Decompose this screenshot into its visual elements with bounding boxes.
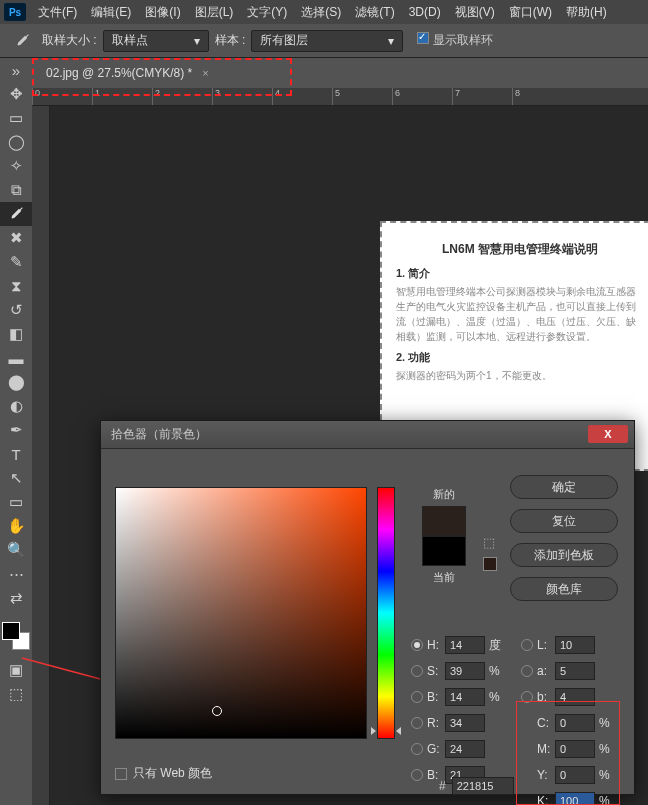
sample-label: 样本 : (215, 32, 246, 49)
color-picker-dialog: 拾色器（前景色） X 新的 当前 ⬚ 确定 复位 添加到色板 颜色库 H:度 S… (100, 420, 635, 795)
radio-b2[interactable] (521, 691, 533, 703)
input-l[interactable] (555, 636, 595, 654)
hand-tool[interactable]: ✋ (0, 514, 32, 538)
doc-heading-1: 1. 简介 (396, 266, 644, 281)
crop-tool[interactable]: ⧉ (0, 178, 32, 202)
foreground-swatch[interactable] (2, 622, 20, 640)
tab-label: 02.jpg @ 27.5%(CMYK/8) * (46, 66, 192, 80)
tab-close-icon[interactable]: × (202, 67, 208, 79)
input-s[interactable] (445, 662, 485, 680)
path-tool[interactable]: ↖ (0, 466, 32, 490)
lasso-tool[interactable]: ◯ (0, 130, 32, 154)
menu-file[interactable]: 文件(F) (38, 4, 77, 21)
sample-size-label: 取样大小 : (42, 32, 97, 49)
preview-new-label: 新的 (415, 487, 473, 502)
brush-tool[interactable]: ✎ (0, 250, 32, 274)
input-r[interactable] (445, 714, 485, 732)
doc-para-1: 智慧用电管理终端本公司探测器模块与剩余电流互感器生产的电气火灾监控设备主机产品，… (396, 284, 644, 344)
menu-select[interactable]: 选择(S) (301, 4, 341, 21)
eyedropper-icon (8, 27, 36, 55)
pen-tool[interactable]: ✒ (0, 418, 32, 442)
heal-tool[interactable]: ✖ (0, 226, 32, 250)
marquee-tool[interactable]: ▭ (0, 106, 32, 130)
input-y[interactable] (555, 766, 595, 784)
menu-edit[interactable]: 编辑(E) (91, 4, 131, 21)
preview-current-swatch (422, 536, 466, 566)
menu-type[interactable]: 文字(Y) (247, 4, 287, 21)
preview-new-swatch (422, 506, 466, 536)
stamp-tool[interactable]: ⧗ (0, 274, 32, 298)
preview-current-label: 当前 (415, 570, 473, 585)
document-tabs: 02.jpg @ 27.5%(CMYK/8) * × (32, 58, 219, 88)
app-logo: Ps (4, 3, 26, 21)
hue-slider-thumb[interactable] (373, 727, 399, 735)
picker-close-button[interactable]: X (588, 425, 628, 443)
radio-h[interactable] (411, 639, 423, 651)
input-hex[interactable] (452, 777, 514, 795)
radio-r[interactable] (411, 717, 423, 729)
radio-bb[interactable] (411, 769, 423, 781)
type-tool[interactable]: T (0, 442, 32, 466)
ruler-vertical (32, 106, 50, 805)
picker-titlebar[interactable]: 拾色器（前景色） X (101, 421, 634, 449)
radio-a[interactable] (521, 665, 533, 677)
sample-size-combo[interactable]: 取样点▾ (103, 30, 209, 52)
gradient-tool[interactable]: ▬ (0, 346, 32, 370)
screenmode-tool[interactable]: ⬚ (0, 682, 32, 706)
reset-button[interactable]: 复位 (510, 509, 618, 533)
eraser-tool[interactable]: ◧ (0, 322, 32, 346)
zoom-tool[interactable]: 🔍 (0, 538, 32, 562)
sv-cursor (212, 706, 222, 716)
sample-combo[interactable]: 所有图层▾ (251, 30, 403, 52)
doc-title: LN6M 智慧用电管理终端说明 (396, 241, 644, 258)
radio-b[interactable] (411, 691, 423, 703)
menu-view[interactable]: 视图(V) (455, 4, 495, 21)
swap-icon[interactable]: ⇄ (0, 586, 32, 610)
move-tool[interactable]: ✥ (0, 82, 32, 106)
dodge-tool[interactable]: ◐ (0, 394, 32, 418)
quickmask-tool[interactable]: ▣ (0, 658, 32, 682)
expand-icon[interactable]: » (0, 58, 32, 82)
history-brush-tool[interactable]: ↺ (0, 298, 32, 322)
color-swatches[interactable] (0, 618, 32, 658)
input-c[interactable] (555, 714, 595, 732)
hue-slider[interactable] (377, 487, 395, 739)
color-libraries-button[interactable]: 颜色库 (510, 577, 618, 601)
input-b2[interactable] (555, 688, 595, 706)
ruler-horizontal: 012345678 (32, 88, 648, 106)
picker-title-text: 拾色器（前景色） (111, 426, 207, 443)
input-bv[interactable] (445, 688, 485, 706)
document-tab[interactable]: 02.jpg @ 27.5%(CMYK/8) * × (32, 61, 219, 85)
radio-l[interactable] (521, 639, 533, 651)
input-g[interactable] (445, 740, 485, 758)
input-m[interactable] (555, 740, 595, 758)
input-a[interactable] (555, 662, 595, 680)
menu-bar: Ps 文件(F) 编辑(E) 图像(I) 图层(L) 文字(Y) 选择(S) 滤… (0, 0, 648, 24)
menu-filter[interactable]: 滤镜(T) (355, 4, 394, 21)
more-icon[interactable]: ⋯ (0, 562, 32, 586)
ok-button[interactable]: 确定 (510, 475, 618, 499)
input-h[interactable] (445, 636, 485, 654)
eyedropper-tool[interactable] (0, 202, 32, 226)
show-ring-checkbox[interactable]: 显示取样环 (417, 32, 493, 49)
doc-heading-2: 2. 功能 (396, 350, 644, 365)
saturation-value-field[interactable] (115, 487, 367, 739)
doc-para-2: 探测器的密码为两个1，不能更改。 (396, 368, 644, 383)
menu-image[interactable]: 图像(I) (145, 4, 180, 21)
menu-3d[interactable]: 3D(D) (409, 5, 441, 19)
hex-row: # (439, 777, 514, 795)
shape-tool[interactable]: ▭ (0, 490, 32, 514)
blur-tool[interactable]: ⬤ (0, 370, 32, 394)
wand-tool[interactable]: ✧ (0, 154, 32, 178)
add-swatch-button[interactable]: 添加到色板 (510, 543, 618, 567)
web-only-checkbox[interactable]: 只有 Web 颜色 (115, 765, 212, 782)
nearest-swatch[interactable] (483, 557, 497, 571)
input-k[interactable] (555, 792, 595, 805)
hash-label: # (439, 779, 446, 793)
menu-layer[interactable]: 图层(L) (195, 4, 234, 21)
menu-window[interactable]: 窗口(W) (509, 4, 552, 21)
radio-g[interactable] (411, 743, 423, 755)
radio-s[interactable] (411, 665, 423, 677)
menu-help[interactable]: 帮助(H) (566, 4, 607, 21)
cube-icon[interactable]: ⬚ (483, 535, 495, 550)
